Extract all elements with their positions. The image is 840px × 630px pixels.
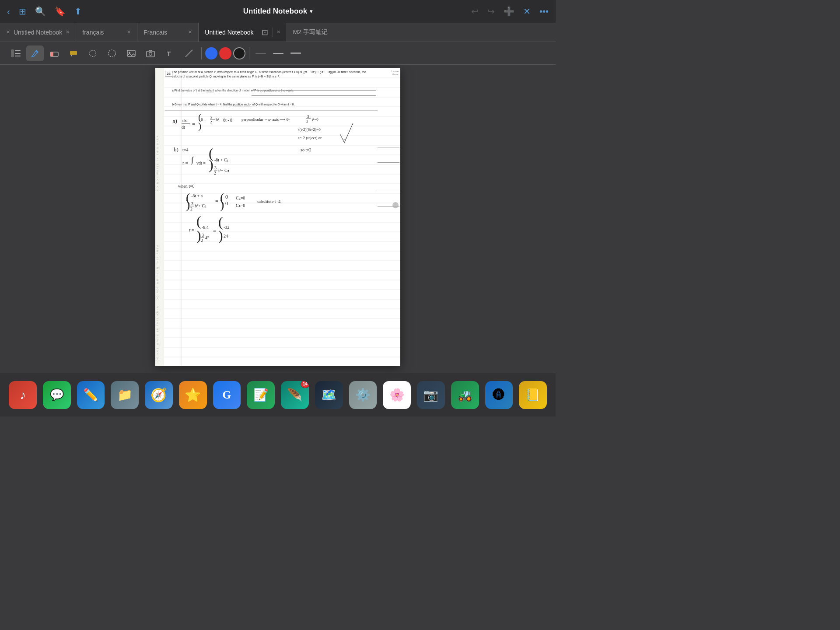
selection-tool-btn[interactable]	[103, 46, 121, 61]
color-blue[interactable]	[205, 47, 217, 60]
svg-text:-8t + a: -8t + a	[191, 193, 203, 198]
stroke-thin-2[interactable]	[270, 53, 286, 54]
sub-question-b: b Given that P and Q collide when t = 4,…	[172, 102, 377, 106]
svg-text:a): a)	[172, 118, 177, 124]
svg-text:when t=0: when t=0	[178, 184, 195, 189]
app-grid-button[interactable]: ⊞	[19, 6, 26, 17]
undo-button[interactable]: ↩	[471, 6, 479, 17]
svg-text:=: =	[192, 121, 195, 127]
svg-rect-0	[11, 49, 14, 57]
tab-0-x[interactable]: ✕	[66, 29, 70, 35]
dock-photos[interactable]: 🌸	[383, 381, 411, 409]
tab-2[interactable]: Francais ✕	[137, 23, 199, 42]
tab-0-close[interactable]: ✕	[6, 29, 10, 35]
tab-2-x[interactable]: ✕	[188, 29, 192, 35]
scroll-handle[interactable]	[392, 202, 399, 208]
svg-text:t=-2 (reject) or: t=-2 (reject) or	[298, 136, 322, 140]
svg-rect-1	[15, 50, 21, 51]
dock-netease-music[interactable]: ♪	[9, 381, 37, 409]
svg-text:t=4: t=4	[182, 147, 188, 152]
tab-3[interactable]: Untitled Notebook ⊡ ✕	[199, 23, 287, 42]
svg-line-13	[186, 50, 192, 57]
svg-rect-2	[15, 53, 21, 54]
svg-text:=: =	[215, 198, 218, 204]
svg-text:C₁=0: C₁=0	[236, 196, 245, 200]
svg-text:vdt =: vdt =	[196, 161, 206, 165]
dock-notes[interactable]: 📒	[519, 381, 547, 409]
dock-files[interactable]: 📁	[111, 381, 139, 409]
do-not-write-1: DO NOT WRITE IN THIS AREA	[156, 112, 159, 191]
stroke-thin-1[interactable]	[253, 53, 269, 53]
svg-text:-8t + C₁: -8t + C₁	[214, 158, 228, 162]
svg-text:t²=0: t²=0	[312, 117, 318, 122]
dock-app-store[interactable]: 🅐	[485, 381, 513, 409]
back-button[interactable]: ‹	[7, 7, 10, 17]
bookmark-button[interactable]: 🔖	[55, 6, 66, 17]
svg-text:0: 0	[225, 194, 228, 200]
color-red[interactable]	[219, 47, 231, 60]
eraser-tool-btn[interactable]	[46, 46, 63, 61]
title-bar-center: Untitled Notebook ▾	[243, 7, 312, 16]
svg-text:t²+ C₂: t²+ C₂	[218, 168, 229, 173]
dock-system-prefs[interactable]: ⚙️	[349, 381, 377, 409]
svg-text:C₂=0: C₂=0	[236, 203, 245, 208]
svg-text:-32: -32	[224, 225, 229, 230]
svg-text:24: 24	[224, 234, 228, 238]
dock-wechat[interactable]: 💬	[43, 381, 71, 409]
color-black[interactable]	[233, 47, 245, 60]
tab-split-button[interactable]: ⊡	[257, 28, 273, 37]
sidebar-toggle-btn[interactable]	[7, 46, 24, 61]
svg-text:b²: b²	[216, 117, 219, 122]
dock-dingtalk[interactable]: 🪶 14	[281, 381, 309, 409]
title-dropdown-icon[interactable]: ▾	[310, 8, 312, 14]
dock-google-translate[interactable]: G	[213, 381, 241, 409]
tab-0[interactable]: ✕ Untitled Notebook ✕	[0, 23, 76, 42]
question-number: 26	[165, 71, 172, 77]
svg-text:-8.4: -8.4	[202, 225, 209, 230]
close-button[interactable]: ✕	[523, 6, 531, 17]
svg-text:): )	[218, 228, 223, 243]
highlighter-tool-btn[interactable]	[65, 46, 82, 61]
dock-goodnotes[interactable]: 📝	[247, 381, 275, 409]
text-tool-btn[interactable]: T	[161, 46, 178, 61]
more-button[interactable]: •••	[539, 7, 549, 17]
svg-text:2: 2	[306, 119, 308, 123]
dock-camera[interactable]: 📷	[417, 381, 445, 409]
system-prefs-icon: ⚙️	[355, 388, 371, 402]
svg-rect-5	[50, 52, 53, 56]
new-page-button[interactable]: ➕	[504, 6, 514, 17]
notebook-page[interactable]: DO NOT WRITE IN THIS AREA DO NOT WRITE I…	[155, 68, 400, 366]
share-button[interactable]: ⬆	[74, 6, 82, 17]
svg-text:): )	[196, 228, 201, 243]
dock-farming[interactable]: 🚜	[451, 381, 479, 409]
dock-references[interactable]: ✏️	[77, 381, 105, 409]
tab-1-label: français	[82, 29, 104, 36]
pen-tool-btn[interactable]	[26, 46, 44, 61]
svg-text:r =: r =	[182, 160, 188, 165]
svg-text:2: 2	[201, 238, 203, 243]
svg-text:dx: dx	[182, 118, 187, 123]
svg-text:2: 2	[210, 120, 212, 124]
tab-3-x[interactable]: ✕	[276, 29, 280, 35]
dock-safari[interactable]: 🧭	[145, 381, 173, 409]
camera-icon: 📷	[423, 388, 438, 402]
dock-navicat[interactable]: 🗺️	[315, 381, 343, 409]
ruler-tool-btn[interactable]	[180, 46, 198, 61]
image-tool-btn[interactable]	[122, 46, 140, 61]
tab-0-label: Untitled Notebook	[14, 29, 62, 36]
notebook-title[interactable]: Untitled Notebook	[243, 7, 307, 16]
camera-tool-btn[interactable]	[142, 46, 159, 61]
tab-3-label: Untitled Notebook	[205, 29, 253, 36]
search-button[interactable]: 🔍	[35, 6, 46, 17]
lasso-tool-btn[interactable]	[84, 46, 102, 61]
svg-text:b²+ C₂: b²+ C₂	[195, 203, 206, 208]
safari-icon: 🧭	[150, 387, 167, 402]
main-content: DO NOT WRITE IN THIS AREA DO NOT WRITE I…	[0, 65, 556, 382]
farming-icon: 🚜	[457, 388, 472, 402]
tab-1-x[interactable]: ✕	[127, 29, 131, 35]
photos-icon: 🌸	[389, 388, 405, 402]
stroke-thin-3[interactable]	[288, 52, 304, 54]
dock-mark[interactable]: ⭐	[179, 381, 207, 409]
redo-button[interactable]: ↪	[487, 6, 495, 17]
tab-1[interactable]: français ✕	[76, 23, 137, 42]
